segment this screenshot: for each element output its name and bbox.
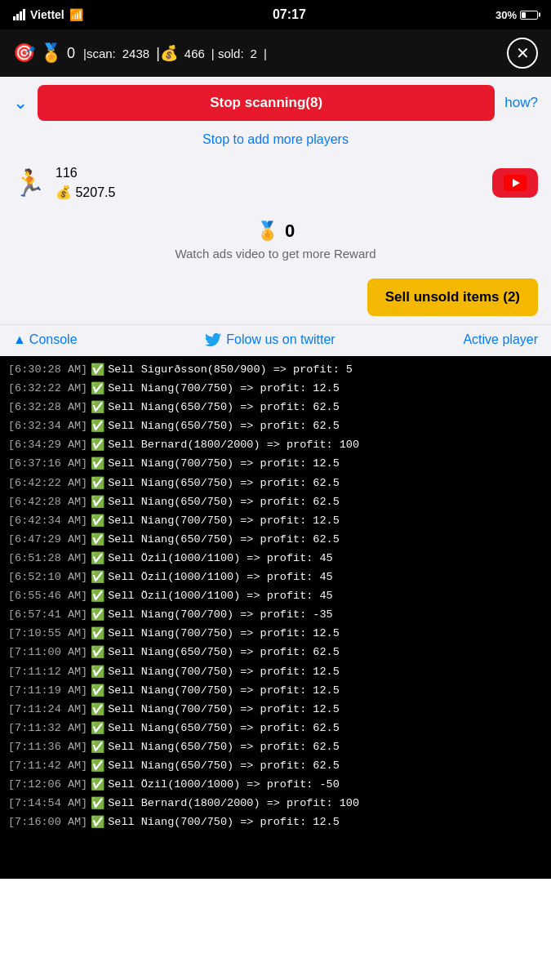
- active-player-label: Active player: [463, 332, 538, 346]
- player-count: 116: [56, 163, 115, 183]
- log-check-icon: ✅: [91, 813, 104, 832]
- money-icon: 💰: [56, 185, 72, 199]
- youtube-button[interactable]: [492, 168, 538, 198]
- log-entry: [6:51:28 AM] ✅ Sell Özil(1000/1100) => p…: [8, 550, 543, 568]
- log-check-icon: ✅: [91, 399, 104, 417]
- log-check-icon: ✅: [91, 644, 104, 662]
- log-time: [7:12:06 AM]: [8, 776, 87, 794]
- money-value: 💰 5207.5: [56, 183, 115, 203]
- log-time: [6:51:28 AM]: [8, 550, 87, 568]
- reward-count-row: 🏅 0: [13, 220, 538, 242]
- log-message: Sell Niang(700/750) => profit: 12.5: [108, 813, 340, 831]
- log-check-icon: ✅: [91, 493, 104, 512]
- header-stats: |scan: 2438 |💰 466 | sold: 2 |: [83, 44, 499, 62]
- close-button[interactable]: ✕: [507, 38, 538, 69]
- log-message: Sell Sigurðsson(850/900) => profit: 5: [108, 361, 353, 379]
- log-check-icon: ✅: [91, 682, 104, 701]
- log-message: Sell Özil(1000/1100) => profit: 45: [108, 587, 332, 605]
- log-time: [7:11:00 AM]: [8, 644, 87, 662]
- wifi-icon: 📶: [69, 8, 83, 21]
- log-check-icon: ✅: [91, 380, 104, 399]
- stop-add-link[interactable]: Stop to add more players: [202, 132, 349, 146]
- log-message: Sell Niang(700/750) => profit: 12.5: [108, 512, 340, 530]
- carrier-label: Viettel: [30, 8, 64, 21]
- log-time: [6:32:34 AM]: [8, 417, 87, 435]
- chevron-down-icon[interactable]: ⌄: [13, 92, 28, 114]
- log-time: [6:30:28 AM]: [8, 361, 87, 379]
- log-entry: [6:52:10 AM] ✅ Sell Özil(1000/1100) => p…: [8, 568, 543, 587]
- header-medal-count: 0: [67, 45, 75, 62]
- chevron-up-icon: ▲: [13, 332, 26, 347]
- log-message: Sell Niang(650/750) => profit: 62.5: [108, 417, 340, 435]
- log-entry: [7:10:55 AM] ✅ Sell Niang(700/750) => pr…: [8, 625, 543, 644]
- twitter-icon: [205, 332, 221, 348]
- how-link[interactable]: how?: [504, 95, 538, 111]
- header-sold-label: | sold:: [211, 47, 244, 60]
- spinner-icon: 🎯: [13, 42, 35, 64]
- log-entry: [6:47:29 AM] ✅ Sell Niang(650/750) => pr…: [8, 531, 543, 550]
- log-message: Sell Özil(1000/1000) => profit: -50: [108, 776, 340, 794]
- log-message: Sell Niang(700/750) => profit: 12.5: [108, 380, 340, 398]
- log-check-icon: ✅: [91, 587, 104, 606]
- twitter-tab-label: Folow us on twitter: [226, 332, 335, 347]
- log-check-icon: ✅: [91, 417, 104, 436]
- log-time: [6:47:29 AM]: [8, 531, 87, 549]
- header-sold-count: 2: [251, 47, 257, 60]
- log-message: Sell Niang(650/750) => profit: 62.5: [108, 531, 340, 549]
- log-message: Sell Niang(700/750) => profit: 12.5: [108, 701, 340, 719]
- log-check-icon: ✅: [91, 550, 104, 568]
- log-message: Sell Bernard(1800/2000) => profit: 100: [108, 436, 359, 454]
- log-message: Sell Niang(650/750) => profit: 62.5: [108, 474, 340, 492]
- log-check-icon: ✅: [91, 701, 104, 719]
- log-entry: [7:11:19 AM] ✅ Sell Niang(700/750) => pr…: [8, 682, 543, 701]
- log-entry: [7:11:42 AM] ✅ Sell Niang(650/750) => pr…: [8, 757, 543, 776]
- log-check-icon: ✅: [91, 474, 104, 493]
- log-time: [7:11:42 AM]: [8, 757, 87, 775]
- log-time: [7:11:32 AM]: [8, 719, 87, 737]
- battery-icon: [520, 11, 538, 20]
- log-entry: [6:42:34 AM] ✅ Sell Niang(700/750) => pr…: [8, 512, 543, 531]
- log-entry: [6:34:29 AM] ✅ Sell Bernard(1800/2000) =…: [8, 436, 543, 455]
- tab-twitter[interactable]: Folow us on twitter: [78, 332, 464, 348]
- log-check-icon: ✅: [91, 625, 104, 644]
- status-bar-left: Viettel 📶: [13, 8, 83, 21]
- log-message: Sell Niang(700/700) => profit: -35: [108, 606, 332, 624]
- log-check-icon: ✅: [91, 455, 104, 474]
- main-area: ⌄ Stop scanning(8) how? Stop to add more…: [0, 77, 551, 356]
- log-check-icon: ✅: [91, 568, 104, 587]
- tab-active-player[interactable]: Active player: [463, 332, 538, 347]
- player-icon: 🏃: [13, 167, 46, 198]
- log-time: [6:52:10 AM]: [8, 568, 87, 586]
- log-check-icon: ✅: [91, 436, 104, 455]
- stop-scan-button[interactable]: Stop scanning(8): [38, 85, 495, 121]
- log-message: Sell Niang(650/750) => profit: 62.5: [108, 757, 340, 775]
- log-time: [7:11:12 AM]: [8, 663, 87, 681]
- tab-console[interactable]: ▲ Console: [13, 332, 78, 347]
- stop-add-row: Stop to add more players: [0, 129, 551, 157]
- log-time: [6:57:41 AM]: [8, 606, 87, 624]
- status-time: 07:17: [273, 7, 306, 22]
- log-time: [7:11:36 AM]: [8, 738, 87, 756]
- log-time: [7:11:19 AM]: [8, 682, 87, 700]
- log-time: [6:32:28 AM]: [8, 399, 87, 416]
- log-time: [7:14:54 AM]: [8, 795, 87, 813]
- log-time: [6:34:29 AM]: [8, 436, 87, 454]
- log-entry: [7:16:00 AM] ✅ Sell Niang(700/750) => pr…: [8, 813, 543, 832]
- header-scan-label: |scan:: [83, 47, 116, 60]
- reward-section: 🏅 0 Watch ads video to get more Reward: [0, 209, 551, 267]
- log-message: Sell Niang(700/750) => profit: 12.5: [108, 682, 340, 700]
- log-time: [6:32:22 AM]: [8, 380, 87, 398]
- log-entry: [6:32:22 AM] ✅ Sell Niang(700/750) => pr…: [8, 380, 543, 399]
- log-check-icon: ✅: [91, 738, 104, 757]
- toolbar-row: ⌄ Stop scanning(8) how?: [0, 77, 551, 129]
- log-entry: [7:12:06 AM] ✅ Sell Özil(1000/1000) => p…: [8, 776, 543, 795]
- log-check-icon: ✅: [91, 757, 104, 776]
- youtube-icon: [504, 175, 527, 191]
- log-check-icon: ✅: [91, 719, 104, 738]
- log-entry: [6:32:34 AM] ✅ Sell Niang(650/750) => pr…: [8, 417, 543, 436]
- log-entry: [6:57:41 AM] ✅ Sell Niang(700/700) => pr…: [8, 606, 543, 625]
- sell-unsold-button[interactable]: Sell unsold items (2): [367, 278, 538, 316]
- log-time: [6:42:34 AM]: [8, 512, 87, 530]
- log-message: Sell Niang(700/750) => profit: 12.5: [108, 625, 340, 643]
- app-header: 🎯 🏅 0 |scan: 2438 |💰 466 | sold: 2 | ✕: [0, 29, 551, 77]
